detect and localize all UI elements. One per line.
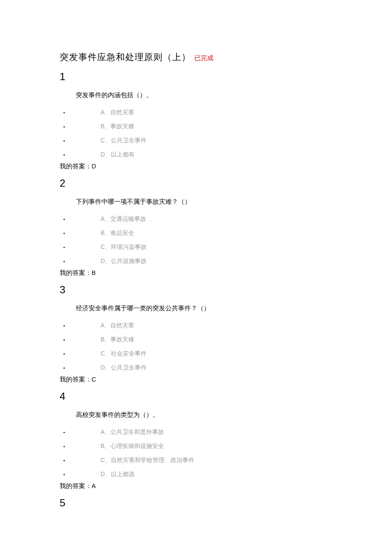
option-item: B、事故灾难	[69, 119, 358, 133]
option-item: A、交通运输事故	[69, 212, 358, 226]
option-item: B、食品安全	[69, 226, 358, 240]
question-number: 5	[60, 497, 358, 509]
my-answer: 我的答案：C	[60, 376, 358, 384]
question-stem: 突发事件的内涵包括（）。	[76, 91, 358, 99]
option-list: A、公共卫生和意外事故B、心理疾病和设施安全C、自然灾害和学校管理、政治事件D、…	[60, 425, 358, 481]
my-answer: 我的答案：A	[60, 482, 358, 490]
my-answer-value: C	[92, 376, 96, 383]
option-item: B、心理疾病和设施安全	[69, 439, 358, 453]
question-stem: 经济安全事件属于哪一类的突发公共事件？（）	[76, 304, 358, 312]
my-answer-label: 我的答案：	[60, 163, 92, 170]
question-number: 3	[60, 284, 358, 296]
page-title: 突发事件应急和处理原则（上） 已完成	[60, 51, 358, 63]
my-answer-value: A	[92, 483, 96, 489]
question-stem: 高校突发事件的类型为（）。	[76, 411, 358, 419]
my-answer-label: 我的答案：	[60, 483, 92, 489]
my-answer: 我的答案：D	[60, 162, 358, 171]
my-answer-value: D	[92, 163, 96, 170]
option-list: A、交通运输事故B、食品安全C、环境污染事故D、公共设施事故	[60, 212, 358, 268]
question-stem: 下列事件中哪一项不属于事故灾难？（）	[76, 198, 358, 206]
question-number: 1	[60, 71, 358, 83]
option-item: C、自然灾害和学校管理、政治事件	[69, 453, 358, 467]
option-list: A、自然灾害B、事故灾难C、公共卫生事件D、以上都有	[60, 105, 358, 162]
title-text: 突发事件应急和处理原则（上）	[60, 52, 191, 62]
option-item: B、事故灾难	[69, 332, 358, 347]
my-answer-label: 我的答案：	[60, 376, 92, 383]
document-page: 突发事件应急和处理原则（上） 已完成 1突发事件的内涵包括（）。A、自然灾害B、…	[0, 0, 392, 535]
option-item: C、社会安全事件	[69, 347, 358, 361]
my-answer-value: B	[92, 269, 96, 276]
my-answer: 我的答案：B	[60, 269, 358, 277]
option-item: C、环境污染事故	[69, 240, 358, 254]
option-item: D、公共卫生事件	[69, 361, 358, 375]
option-item: D、公共设施事故	[69, 254, 358, 268]
question-list: 1突发事件的内涵包括（）。A、自然灾害B、事故灾难C、公共卫生事件D、以上都有我…	[60, 71, 358, 509]
question-number: 4	[60, 390, 358, 402]
option-item: D、以上都选	[69, 467, 358, 481]
option-list: A、自然灾害B、事故灾难C、社会安全事件D、公共卫生事件	[60, 318, 358, 375]
option-item: A、公共卫生和意外事故	[69, 425, 358, 439]
option-item: A、自然灾害	[69, 318, 358, 332]
option-item: D、以上都有	[69, 147, 358, 162]
status-badge: 已完成	[194, 54, 213, 61]
question-number: 2	[60, 177, 358, 189]
option-item: C、公共卫生事件	[69, 133, 358, 147]
option-item: A、自然灾害	[69, 105, 358, 119]
my-answer-label: 我的答案：	[60, 269, 92, 276]
